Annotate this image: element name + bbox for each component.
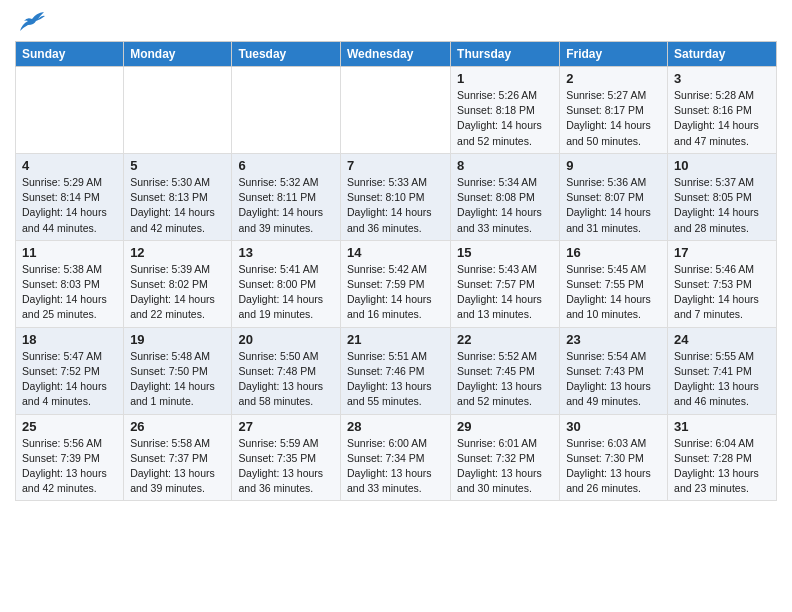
calendar-week-row: 11Sunrise: 5:38 AM Sunset: 8:03 PM Dayli… [16,240,777,327]
day-info: Sunrise: 5:34 AM Sunset: 8:08 PM Dayligh… [457,175,553,236]
day-number: 7 [347,158,444,173]
day-number: 29 [457,419,553,434]
day-number: 1 [457,71,553,86]
day-number: 2 [566,71,661,86]
day-number: 17 [674,245,770,260]
day-info: Sunrise: 6:04 AM Sunset: 7:28 PM Dayligh… [674,436,770,497]
day-info: Sunrise: 5:52 AM Sunset: 7:45 PM Dayligh… [457,349,553,410]
day-info: Sunrise: 5:28 AM Sunset: 8:16 PM Dayligh… [674,88,770,149]
calendar-cell: 21Sunrise: 5:51 AM Sunset: 7:46 PM Dayli… [340,327,450,414]
calendar-cell: 25Sunrise: 5:56 AM Sunset: 7:39 PM Dayli… [16,414,124,501]
calendar-cell: 20Sunrise: 5:50 AM Sunset: 7:48 PM Dayli… [232,327,341,414]
calendar-cell: 30Sunrise: 6:03 AM Sunset: 7:30 PM Dayli… [560,414,668,501]
day-info: Sunrise: 5:27 AM Sunset: 8:17 PM Dayligh… [566,88,661,149]
day-info: Sunrise: 5:54 AM Sunset: 7:43 PM Dayligh… [566,349,661,410]
day-info: Sunrise: 5:32 AM Sunset: 8:11 PM Dayligh… [238,175,334,236]
day-info: Sunrise: 5:37 AM Sunset: 8:05 PM Dayligh… [674,175,770,236]
calendar-cell [340,67,450,154]
day-info: Sunrise: 5:48 AM Sunset: 7:50 PM Dayligh… [130,349,225,410]
calendar-cell: 3Sunrise: 5:28 AM Sunset: 8:16 PM Daylig… [668,67,777,154]
calendar-cell: 5Sunrise: 5:30 AM Sunset: 8:13 PM Daylig… [124,153,232,240]
calendar-cell [124,67,232,154]
calendar-cell: 16Sunrise: 5:45 AM Sunset: 7:55 PM Dayli… [560,240,668,327]
day-info: Sunrise: 5:50 AM Sunset: 7:48 PM Dayligh… [238,349,334,410]
calendar-cell: 9Sunrise: 5:36 AM Sunset: 8:07 PM Daylig… [560,153,668,240]
calendar-cell: 6Sunrise: 5:32 AM Sunset: 8:11 PM Daylig… [232,153,341,240]
day-number: 24 [674,332,770,347]
day-info: Sunrise: 5:33 AM Sunset: 8:10 PM Dayligh… [347,175,444,236]
day-number: 3 [674,71,770,86]
calendar-cell: 27Sunrise: 5:59 AM Sunset: 7:35 PM Dayli… [232,414,341,501]
day-number: 4 [22,158,117,173]
weekday-header-saturday: Saturday [668,42,777,67]
calendar-cell: 11Sunrise: 5:38 AM Sunset: 8:03 PM Dayli… [16,240,124,327]
calendar-cell: 24Sunrise: 5:55 AM Sunset: 7:41 PM Dayli… [668,327,777,414]
weekday-header-monday: Monday [124,42,232,67]
calendar-cell: 7Sunrise: 5:33 AM Sunset: 8:10 PM Daylig… [340,153,450,240]
day-number: 5 [130,158,225,173]
day-info: Sunrise: 5:39 AM Sunset: 8:02 PM Dayligh… [130,262,225,323]
calendar-week-row: 4Sunrise: 5:29 AM Sunset: 8:14 PM Daylig… [16,153,777,240]
day-number: 26 [130,419,225,434]
calendar-cell: 12Sunrise: 5:39 AM Sunset: 8:02 PM Dayli… [124,240,232,327]
day-info: Sunrise: 5:56 AM Sunset: 7:39 PM Dayligh… [22,436,117,497]
day-number: 21 [347,332,444,347]
day-number: 10 [674,158,770,173]
weekday-header-tuesday: Tuesday [232,42,341,67]
day-info: Sunrise: 5:41 AM Sunset: 8:00 PM Dayligh… [238,262,334,323]
weekday-header-friday: Friday [560,42,668,67]
day-info: Sunrise: 6:01 AM Sunset: 7:32 PM Dayligh… [457,436,553,497]
day-info: Sunrise: 5:45 AM Sunset: 7:55 PM Dayligh… [566,262,661,323]
calendar-week-row: 1Sunrise: 5:26 AM Sunset: 8:18 PM Daylig… [16,67,777,154]
day-info: Sunrise: 5:26 AM Sunset: 8:18 PM Dayligh… [457,88,553,149]
day-number: 15 [457,245,553,260]
day-info: Sunrise: 5:43 AM Sunset: 7:57 PM Dayligh… [457,262,553,323]
day-info: Sunrise: 5:58 AM Sunset: 7:37 PM Dayligh… [130,436,225,497]
weekday-header-row: SundayMondayTuesdayWednesdayThursdayFrid… [16,42,777,67]
day-number: 11 [22,245,117,260]
day-info: Sunrise: 5:51 AM Sunset: 7:46 PM Dayligh… [347,349,444,410]
day-number: 12 [130,245,225,260]
calendar-cell: 17Sunrise: 5:46 AM Sunset: 7:53 PM Dayli… [668,240,777,327]
day-info: Sunrise: 5:42 AM Sunset: 7:59 PM Dayligh… [347,262,444,323]
day-info: Sunrise: 5:47 AM Sunset: 7:52 PM Dayligh… [22,349,117,410]
calendar-cell [232,67,341,154]
day-info: Sunrise: 6:03 AM Sunset: 7:30 PM Dayligh… [566,436,661,497]
day-number: 9 [566,158,661,173]
day-info: Sunrise: 5:46 AM Sunset: 7:53 PM Dayligh… [674,262,770,323]
weekday-header-wednesday: Wednesday [340,42,450,67]
day-number: 6 [238,158,334,173]
calendar-cell: 8Sunrise: 5:34 AM Sunset: 8:08 PM Daylig… [451,153,560,240]
page-header [15,10,777,33]
calendar-cell: 15Sunrise: 5:43 AM Sunset: 7:57 PM Dayli… [451,240,560,327]
day-number: 22 [457,332,553,347]
calendar-cell: 29Sunrise: 6:01 AM Sunset: 7:32 PM Dayli… [451,414,560,501]
day-number: 16 [566,245,661,260]
logo-bird-icon [18,11,46,33]
calendar-cell: 13Sunrise: 5:41 AM Sunset: 8:00 PM Dayli… [232,240,341,327]
calendar-cell: 18Sunrise: 5:47 AM Sunset: 7:52 PM Dayli… [16,327,124,414]
calendar-cell: 2Sunrise: 5:27 AM Sunset: 8:17 PM Daylig… [560,67,668,154]
day-number: 27 [238,419,334,434]
calendar-cell: 23Sunrise: 5:54 AM Sunset: 7:43 PM Dayli… [560,327,668,414]
day-info: Sunrise: 5:30 AM Sunset: 8:13 PM Dayligh… [130,175,225,236]
day-info: Sunrise: 5:38 AM Sunset: 8:03 PM Dayligh… [22,262,117,323]
calendar-cell: 19Sunrise: 5:48 AM Sunset: 7:50 PM Dayli… [124,327,232,414]
day-number: 18 [22,332,117,347]
calendar-week-row: 25Sunrise: 5:56 AM Sunset: 7:39 PM Dayli… [16,414,777,501]
day-number: 25 [22,419,117,434]
calendar-table: SundayMondayTuesdayWednesdayThursdayFrid… [15,41,777,501]
day-number: 23 [566,332,661,347]
day-info: Sunrise: 5:59 AM Sunset: 7:35 PM Dayligh… [238,436,334,497]
day-info: Sunrise: 5:29 AM Sunset: 8:14 PM Dayligh… [22,175,117,236]
day-info: Sunrise: 5:36 AM Sunset: 8:07 PM Dayligh… [566,175,661,236]
calendar-cell: 4Sunrise: 5:29 AM Sunset: 8:14 PM Daylig… [16,153,124,240]
day-number: 13 [238,245,334,260]
calendar-cell [16,67,124,154]
day-info: Sunrise: 5:55 AM Sunset: 7:41 PM Dayligh… [674,349,770,410]
day-number: 28 [347,419,444,434]
calendar-cell: 1Sunrise: 5:26 AM Sunset: 8:18 PM Daylig… [451,67,560,154]
day-number: 30 [566,419,661,434]
day-number: 8 [457,158,553,173]
weekday-header-thursday: Thursday [451,42,560,67]
